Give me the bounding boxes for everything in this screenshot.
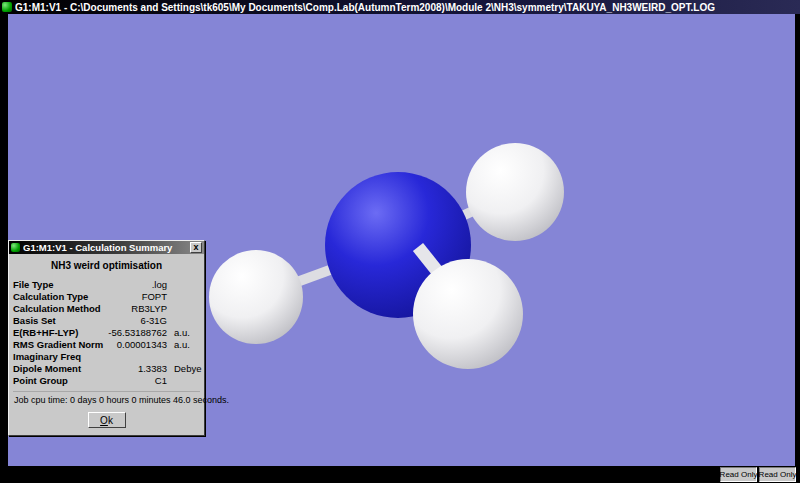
- summary-row: Dipole Moment 1.3383 Debye: [13, 362, 200, 374]
- read-only-badge-2: Read Only: [759, 467, 796, 482]
- hydrogen-atom-front[interactable]: [413, 259, 523, 369]
- summary-row: E(RB+HF-LYP) -56.53188762 a.u.: [13, 326, 200, 338]
- summary-row: Calculation Type FOPT: [13, 290, 200, 302]
- summary-row: Imaginary Freq: [13, 350, 200, 362]
- row-label: Basis Set: [13, 315, 103, 326]
- dialog-title: G1:M1:V1 - Calculation Summary: [23, 242, 187, 253]
- dialog-app-icon[interactable]: [11, 243, 20, 252]
- row-value: -56.53188762: [103, 327, 167, 338]
- ok-button[interactable]: Ok: [88, 412, 126, 428]
- row-label: Calculation Method: [13, 303, 103, 314]
- cpu-time-text: Job cpu time: 0 days 0 hours 0 minutes 4…: [13, 391, 200, 405]
- dialog-body: NH3 weird optimisation File Type .log Ca…: [9, 254, 204, 435]
- row-unit: a.u.: [167, 327, 200, 338]
- close-button[interactable]: x: [190, 242, 202, 253]
- summary-row: Point Group C1: [13, 374, 200, 386]
- row-label: File Type: [13, 279, 103, 290]
- window-titlebar[interactable]: G1:M1:V1 - C:\Documents and Settings\tk6…: [0, 0, 800, 14]
- button-row: Ok: [13, 412, 200, 428]
- row-value: .log: [103, 279, 167, 290]
- hydrogen-atom-upper-right[interactable]: [466, 143, 564, 241]
- row-value: 1.3383: [103, 363, 167, 374]
- row-value: FOPT: [103, 291, 167, 302]
- hydrogen-atom-lower-left[interactable]: [209, 250, 303, 344]
- summary-row: Calculation Method RB3LYP: [13, 302, 200, 314]
- job-title: NH3 weird optimisation: [13, 260, 200, 271]
- row-value: 0.00001343: [103, 339, 167, 350]
- read-only-badge-1: Read Only: [720, 467, 757, 482]
- window-title: G1:M1:V1 - C:\Documents and Settings\tk6…: [15, 2, 715, 13]
- dialog-titlebar[interactable]: G1:M1:V1 - Calculation Summary x: [9, 241, 204, 254]
- status-bar: Read Only Read Only: [0, 466, 800, 483]
- summary-row: File Type .log: [13, 278, 200, 290]
- row-label: Imaginary Freq: [13, 351, 103, 362]
- row-label: RMS Gradient Norm: [13, 339, 103, 350]
- row-value: C1: [103, 375, 167, 386]
- row-unit: a.u.: [167, 339, 200, 350]
- row-label: Calculation Type: [13, 291, 103, 302]
- calculation-summary-dialog: G1:M1:V1 - Calculation Summary x NH3 wei…: [8, 240, 205, 436]
- row-unit: Debye: [167, 363, 201, 374]
- summary-row: RMS Gradient Norm 0.00001343 a.u.: [13, 338, 200, 350]
- row-label: Point Group: [13, 375, 103, 386]
- summary-row: Basis Set 6-31G: [13, 314, 200, 326]
- row-value: RB3LYP: [103, 303, 167, 314]
- app-icon[interactable]: [2, 2, 12, 12]
- row-label: Dipole Moment: [13, 363, 103, 374]
- molecule-viewport[interactable]: G1:M1:V1 - Calculation Summary x NH3 wei…: [8, 14, 795, 466]
- row-label: E(RB+HF-LYP): [13, 327, 103, 338]
- row-value: 6-31G: [103, 315, 167, 326]
